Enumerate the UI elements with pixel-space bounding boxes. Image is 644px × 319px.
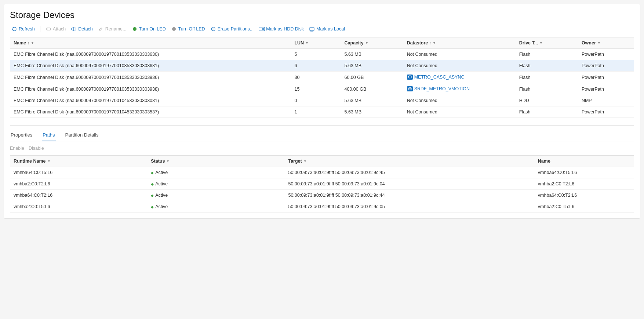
- chevron-down-icon: ▾: [304, 159, 306, 163]
- cell-status: ◆Active: [147, 201, 284, 213]
- cell-name: EMC Fibre Channel Disk (naa.600009700001…: [10, 60, 291, 72]
- cell-owner: PowerPath: [578, 49, 634, 60]
- active-status-icon: ◆: [151, 171, 154, 175]
- cell-datastore: Not Consumed: [403, 49, 516, 60]
- datastore-link[interactable]: METRO_CASC_ASYNC: [414, 75, 465, 80]
- rename-icon: [98, 26, 104, 32]
- col-datastore[interactable]: Datastore ↑ ▾: [403, 37, 516, 49]
- cell-owner: PowerPath: [578, 83, 634, 95]
- rename-button[interactable]: Rename...: [97, 25, 128, 33]
- table-row[interactable]: EMC Fibre Channel Disk (naa.600009700001…: [10, 60, 634, 72]
- col-path-name: Name: [534, 156, 634, 167]
- cell-name: EMC Fibre Channel Disk (naa.600009700001…: [10, 95, 291, 106]
- status-label: Active: [155, 181, 168, 186]
- table-row[interactable]: EMC Fibre Channel Disk (naa.600009700001…: [10, 83, 634, 95]
- table-row[interactable]: EMC Fibre Channel Disk (naa.600009700001…: [10, 72, 634, 83]
- status-label: Active: [155, 193, 168, 198]
- cell-lun: 6: [291, 60, 341, 72]
- table-row[interactable]: EMC Fibre Channel Disk (naa.600009700001…: [10, 106, 634, 118]
- cell-capacity: 5.63 MB: [341, 60, 403, 72]
- cell-capacity: 5.63 MB: [341, 106, 403, 118]
- cell-name: vmhba2:C0:T2:L6: [534, 178, 634, 190]
- cell-lun: 0: [291, 95, 341, 106]
- cell-runtime-name: vmhba2:C0:T2:L6: [10, 178, 147, 190]
- col-owner[interactable]: Owner ▾: [578, 37, 634, 49]
- cell-name: EMC Fibre Channel Disk (naa.600009700001…: [10, 83, 291, 95]
- cell-capacity: 60.00 GB: [341, 72, 403, 83]
- mark-local-button[interactable]: Mark as Local: [308, 25, 346, 33]
- cell-target: 50:00:09:73:a0:01:9f:ff 50:00:09:73:a0:0…: [284, 167, 534, 178]
- col-lun[interactable]: LUN ▾: [291, 37, 341, 49]
- page-title: Storage Devices: [10, 10, 634, 20]
- svg-rect-0: [46, 28, 51, 30]
- cell-lun: 30: [291, 72, 341, 83]
- paths-table: Runtime Name ▾ Status ▾ Target ▾: [10, 155, 634, 213]
- col-name[interactable]: Name ↑ ▾: [10, 37, 291, 49]
- cell-datastore: Not Consumed: [403, 106, 516, 118]
- attach-icon: [46, 26, 51, 32]
- tab-partition-details[interactable]: Partition Details: [65, 129, 99, 141]
- disable-button[interactable]: Disable: [29, 145, 44, 152]
- svg-rect-9: [310, 28, 314, 30]
- col-target[interactable]: Target ▾: [284, 156, 534, 167]
- erase-icon: [210, 26, 216, 32]
- cell-status: ◆Active: [147, 178, 284, 190]
- table-row[interactable]: EMC Fibre Channel Disk (naa.600009700001…: [10, 95, 634, 106]
- cell-runtime-name: vmhba64:C0:T5:L6: [10, 167, 147, 178]
- datastore-icon: [407, 86, 413, 91]
- cell-drive-type: HDD: [516, 95, 578, 106]
- sort-asc-icon: ↑: [28, 41, 29, 45]
- detach-button[interactable]: Detach: [69, 25, 94, 33]
- tab-properties[interactable]: Properties: [10, 129, 33, 141]
- cell-capacity: 400.00 GB: [341, 83, 403, 95]
- cell-owner: PowerPath: [578, 60, 634, 72]
- cell-datastore: Not Consumed: [403, 95, 516, 106]
- col-status[interactable]: Status ▾: [147, 156, 284, 167]
- table-row[interactable]: EMC Fibre Channel Disk (naa.600009700001…: [10, 49, 634, 60]
- cell-datastore[interactable]: METRO_CASC_ASYNC: [403, 72, 516, 83]
- col-drive-type[interactable]: Drive T... ▾: [516, 37, 578, 49]
- mark-hdd-button[interactable]: Mark as HDD Disk: [257, 25, 305, 33]
- refresh-button[interactable]: Refresh: [10, 25, 36, 33]
- table-row[interactable]: vmhba64:C0:T5:L6◆Active50:00:09:73:a0:01…: [10, 167, 634, 178]
- cell-name: vmhba64:C0:T2:L6: [534, 190, 634, 201]
- cell-datastore[interactable]: SRDF_METRO_VMOTION: [403, 83, 516, 95]
- cell-capacity: 5.63 MB: [341, 95, 403, 106]
- storage-devices-table: Name ↑ ▾ LUN ▾ Capacity ▾: [10, 37, 634, 118]
- table-row[interactable]: vmhba2:C0:T2:L6◆Active50:00:09:73:a0:01:…: [10, 178, 634, 190]
- cell-target: 50:00:09:73:a0:01:9f:ff 50:00:09:73:a0:0…: [284, 201, 534, 213]
- cell-drive-type: Flash: [516, 106, 578, 118]
- svg-rect-1: [47, 29, 48, 29]
- active-status-icon: ◆: [151, 182, 154, 186]
- cell-owner: PowerPath: [578, 72, 634, 83]
- table-row[interactable]: vmhba64:C0:T2:L6◆Active50:00:09:73:a0:01…: [10, 190, 634, 201]
- tab-paths[interactable]: Paths: [42, 129, 55, 141]
- table-row[interactable]: vmhba2:C0:T5:L6◆Active50:00:09:73:a0:01:…: [10, 201, 634, 213]
- chevron-down-icon: ▾: [433, 41, 435, 45]
- cell-name: EMC Fibre Channel Disk (naa.600009700001…: [10, 49, 291, 60]
- led-on-icon: [132, 26, 138, 32]
- cell-drive-type: Flash: [516, 49, 578, 60]
- col-capacity[interactable]: Capacity ▾: [341, 37, 403, 49]
- svg-rect-2: [72, 28, 76, 30]
- cell-capacity: 5.63 MB: [341, 49, 403, 60]
- datastore-link[interactable]: SRDF_METRO_VMOTION: [414, 86, 470, 91]
- erase-partitions-button[interactable]: Erase Partitions...: [209, 25, 255, 33]
- led-off-icon: [171, 26, 177, 32]
- svg-point-8: [262, 28, 264, 30]
- cell-name: EMC Fibre Channel Disk (naa.600009700001…: [10, 106, 291, 118]
- cell-name: vmhba2:C0:T5:L6: [534, 201, 634, 213]
- cell-drive-type: Flash: [516, 83, 578, 95]
- attach-button[interactable]: Attach: [44, 25, 67, 33]
- cell-target: 50:00:09:73:a0:01:9f:ff 50:00:09:73:a0:0…: [284, 178, 534, 190]
- col-runtime-name[interactable]: Runtime Name ▾: [10, 156, 147, 167]
- turn-off-led-button[interactable]: Turn Off LED: [170, 25, 207, 33]
- cell-name: EMC Fibre Channel Disk (naa.600009700001…: [10, 72, 291, 83]
- cell-drive-type: Flash: [516, 72, 578, 83]
- hdd-icon: [259, 26, 265, 32]
- cell-drive-type: Flash: [516, 60, 578, 72]
- status-label: Active: [155, 204, 168, 209]
- cell-owner: PowerPath: [578, 106, 634, 118]
- turn-on-led-button[interactable]: Turn On LED: [130, 25, 167, 33]
- enable-button[interactable]: Enable: [10, 145, 24, 152]
